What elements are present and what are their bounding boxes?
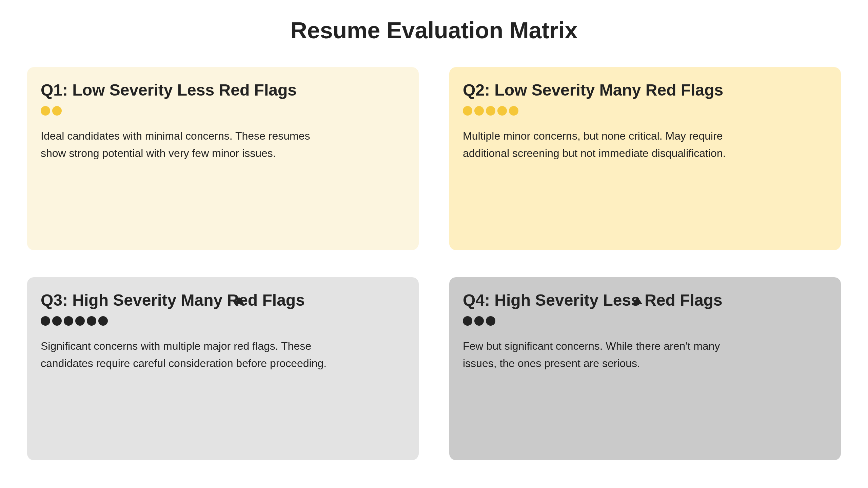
dot-icon xyxy=(64,316,73,326)
dot-icon xyxy=(509,106,518,116)
dot-icon xyxy=(486,106,495,116)
card-q2-dots xyxy=(463,106,827,116)
card-q1: Q1: Low Severity Less Red Flags Ideal ca… xyxy=(27,67,419,250)
dot-icon xyxy=(41,106,50,116)
dot-icon xyxy=(474,316,484,326)
dot-icon xyxy=(41,316,50,326)
quadrant-grid: Q1: Low Severity Less Red Flags Ideal ca… xyxy=(27,67,841,460)
dot-icon xyxy=(497,106,507,116)
dot-icon xyxy=(52,316,62,326)
card-q4-dots xyxy=(463,316,827,326)
dot-icon xyxy=(52,106,62,116)
card-q1-heading: Q1: Low Severity Less Red Flags xyxy=(41,81,405,99)
dot-icon xyxy=(98,316,108,326)
page-title: Resume Evaluation Matrix xyxy=(27,17,841,43)
card-q3: Q3: High Severity Many Red Flags Signifi… xyxy=(27,277,419,460)
card-q4-body: Few but significant concerns. While ther… xyxy=(463,338,754,372)
card-q4-heading: Q4: High Severity Less Red Flags xyxy=(463,291,827,309)
card-q4: Q4: High Severity Less Red Flags Few but… xyxy=(449,277,841,460)
caret-up-icon xyxy=(632,297,643,304)
dot-icon xyxy=(463,316,472,326)
dot-icon xyxy=(486,316,495,326)
card-q1-dots xyxy=(41,106,405,116)
dot-icon xyxy=(75,316,85,326)
card-q2: Q2: Low Severity Many Red Flags Multiple… xyxy=(449,67,841,250)
dot-icon xyxy=(87,316,96,326)
card-q3-heading: Q3: High Severity Many Red Flags xyxy=(41,291,405,309)
card-q2-heading: Q2: Low Severity Many Red Flags xyxy=(463,81,827,99)
dot-icon xyxy=(474,106,484,116)
card-q3-dots xyxy=(41,316,405,326)
dot-icon xyxy=(463,106,472,116)
caret-up-icon xyxy=(234,297,244,304)
card-q3-body: Significant concerns with multiple major… xyxy=(41,338,332,372)
card-q2-body: Multiple minor concerns, but none critic… xyxy=(463,127,754,162)
card-q1-body: Ideal candidates with minimal concerns. … xyxy=(41,127,332,162)
